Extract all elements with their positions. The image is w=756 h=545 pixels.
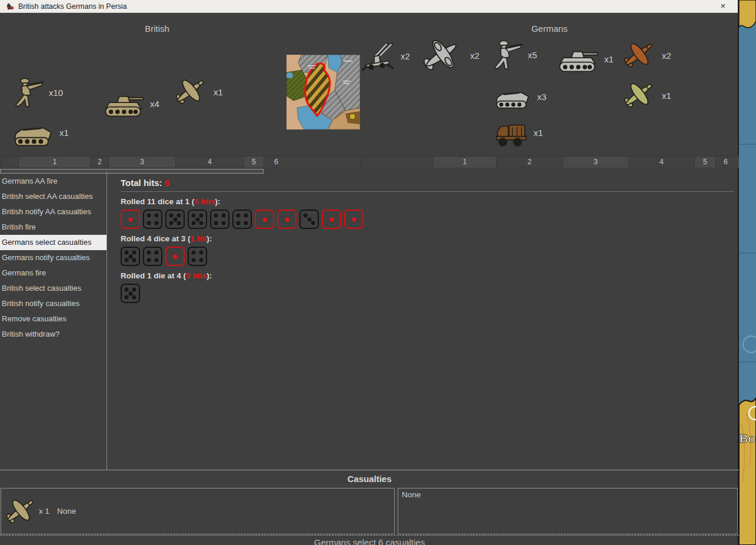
roll-label: Rolled 4 dice at 3 (1 hit):: [121, 234, 739, 243]
unit-count: x10: [49, 88, 63, 98]
unit-count: x2: [470, 51, 479, 61]
british-tank: x4: [101, 88, 159, 119]
dice-results-panel: Total hits: 6 Rolled 11 dice at 1 (5 hit…: [108, 171, 739, 470]
dice-column-blank: [0, 157, 18, 168]
battle-step-item: British select AA casualties: [0, 189, 106, 204]
casualty-status: None: [57, 507, 76, 516]
dice-column-1: 1: [18, 157, 91, 168]
die-4: [210, 210, 229, 229]
unit-count: x2: [662, 51, 671, 61]
unit-count: x1: [662, 91, 671, 101]
german-halftrack-icon: [491, 82, 533, 111]
dice-column-5: 5: [244, 157, 264, 168]
total-hits-label: Total hits:: [121, 178, 162, 188]
die-5: [188, 210, 207, 229]
battle-step-item: British withdraw?: [0, 327, 106, 342]
dice-column-5: 5: [694, 157, 715, 168]
german-transport-icon: [417, 35, 466, 75]
german-tank-icon: [555, 44, 600, 74]
dice-column-6: 6: [715, 157, 735, 168]
battle-steps-list: Germans AA fireBritish select AA casualt…: [0, 171, 107, 470]
close-button[interactable]: ×: [717, 0, 730, 12]
unit-count: x1: [604, 54, 614, 64]
die-5: [121, 284, 140, 303]
german-aa-gun: x2: [360, 38, 410, 74]
die-1-hit: [165, 247, 185, 266]
battle-step-item: British notify casualties: [0, 296, 106, 311]
dice-column-1: 1: [433, 157, 496, 168]
die-1-hit: [121, 210, 140, 229]
battle-step-item: Germans fire: [0, 265, 106, 281]
casualty-count: x 1: [39, 507, 49, 516]
casualties-divider: [0, 470, 739, 470]
british-carrier-icon: [9, 117, 55, 148]
german-fighter: x2: [618, 36, 671, 74]
attacker-casualties-panel: x 1 None: [1, 488, 395, 534]
battle-step-item: Germans AA fire: [0, 174, 106, 189]
unit-count: x1: [214, 87, 223, 97]
total-hits: Total hits: 6: [121, 178, 734, 192]
german-aa-gun-icon: [360, 38, 397, 74]
german-fighter-2-icon: [618, 77, 658, 114]
british-fighter-icon: [169, 73, 209, 111]
die-3: [299, 210, 319, 229]
dice-column-3: 3: [562, 157, 628, 168]
defender-casualty-status: None: [402, 490, 421, 499]
die-4: [188, 247, 207, 266]
action-button[interactable]: Germans select 6 casualties: [0, 537, 739, 545]
battle-step-item: British fire: [0, 220, 106, 235]
battle-step-item: British notify AA casualties: [0, 204, 106, 220]
screen: Bo ♞ British attacks Germans in Persia ×…: [0, 0, 756, 545]
die-4: [232, 210, 252, 229]
die-4: [143, 210, 162, 229]
dice-row: [121, 210, 739, 229]
total-hits-value: 6: [165, 178, 169, 188]
casualties-title: Casualties: [0, 474, 739, 484]
dice-column-4: 4: [628, 157, 694, 168]
die-1-hit: [344, 210, 364, 229]
title-bar: ♞ British attacks Germans in Persia ×: [0, 0, 738, 13]
dice-column-2: 2: [91, 157, 108, 168]
british-infantry: x10: [11, 73, 63, 112]
unit-count: x2: [401, 51, 410, 61]
die-5: [165, 210, 185, 229]
die-4: [143, 247, 162, 266]
dice-column-4: 4: [175, 157, 244, 168]
battle-step-item: Germans select casualties: [0, 235, 106, 250]
german-infantry-icon: [489, 35, 524, 74]
die-5: [121, 247, 140, 266]
app-icon: ♞: [5, 1, 13, 12]
map-territory-label-fragment: Bo: [740, 432, 755, 445]
casualty-fighter-icon: [0, 494, 39, 529]
defender-title: Germans: [360, 24, 739, 34]
british-tank-icon: [101, 88, 146, 119]
unit-count: x5: [528, 50, 537, 60]
die-1-hit: [277, 210, 297, 229]
unit-count: x1: [59, 128, 69, 138]
dice-column-6: 6: [264, 157, 288, 168]
battle-window: ♞ British attacks Germans in Persia × Br…: [0, 0, 739, 545]
die-1-hit: [255, 210, 274, 229]
roll-label: Rolled 1 die at 4 (0 hits):: [121, 271, 739, 280]
dice-column-3: 3: [108, 157, 175, 168]
german-truck: x1: [493, 115, 543, 149]
german-fighter-2: x1: [618, 77, 671, 114]
british-infantry-icon: [11, 73, 45, 112]
battle-step-item: Germans notify casualties: [0, 250, 106, 265]
unit-count: x3: [537, 92, 547, 102]
dice-row: [121, 247, 739, 266]
german-halftrack: x3: [491, 82, 547, 111]
defender-casualties-panel: None: [398, 488, 738, 534]
territory-map-thumbnail: [287, 55, 360, 129]
german-truck-icon: [493, 115, 529, 149]
window-title: British attacks Germans in Persia: [18, 0, 127, 13]
die-1-hit: [322, 210, 341, 229]
german-fighter-icon: [618, 36, 658, 74]
british-fighter: x1: [169, 73, 223, 111]
battle-step-item: Remove casualties: [0, 311, 106, 327]
dice-column-2: 2: [496, 157, 562, 168]
attacker-title: British: [0, 24, 314, 34]
background-map-strip: Bo: [739, 0, 756, 545]
unit-count: x4: [150, 99, 159, 109]
german-transport: x2: [417, 35, 479, 75]
